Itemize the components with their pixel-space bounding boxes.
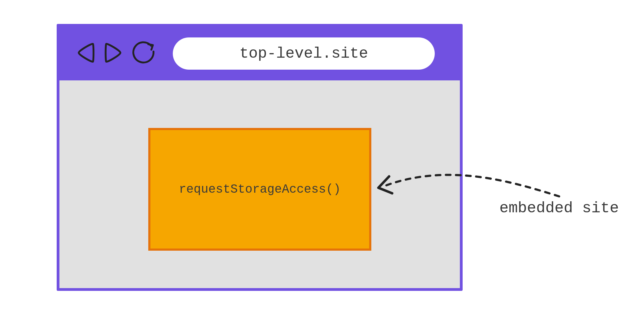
annotation-label: embedded site: [499, 199, 619, 217]
browser-toolbar: top-level.site: [59, 27, 460, 80]
url-text: top-level.site: [239, 45, 368, 62]
iframe-code: requestStorageAccess(): [179, 183, 341, 196]
nav-icon-group: [76, 40, 156, 67]
forward-icon: [104, 41, 123, 66]
url-bar: top-level.site: [173, 37, 435, 70]
reload-icon: [131, 40, 156, 67]
embedded-iframe: requestStorageAccess(): [148, 128, 371, 251]
diagram-canvas: top-level.site requestStorageAccess() em…: [0, 0, 644, 324]
back-icon: [76, 41, 95, 66]
